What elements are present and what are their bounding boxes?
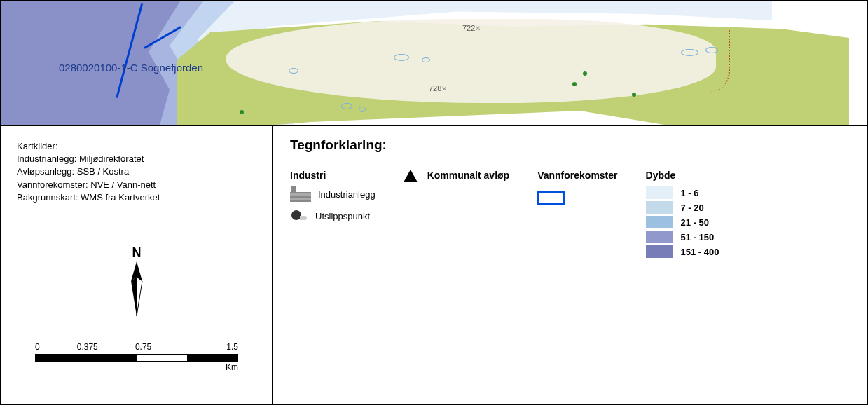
- legend-panel: Tegnforklaring: Industri Industrianlegg …: [273, 126, 868, 405]
- depth-swatch: [646, 186, 673, 199]
- scale-segment: [137, 355, 187, 361]
- depth-item: 21 - 50: [646, 216, 719, 228]
- legend-title: Tegnforklaring:: [290, 137, 850, 153]
- depth-item: 1 - 6: [646, 186, 719, 199]
- depth-swatch: [646, 231, 673, 243]
- legend-col-vannforekomster: Vannforekomster: [537, 170, 617, 260]
- scale-unit: Km: [35, 362, 238, 372]
- lake-outline: [289, 68, 298, 74]
- north-label: N: [124, 245, 149, 260]
- depth-swatch: [646, 245, 673, 258]
- legend-col-industri: Industri Industrianlegg Utslippspunkt: [290, 170, 376, 260]
- source-line: Industrianlegg: Miljødirektoratet: [17, 153, 259, 165]
- map-green-marker: [572, 82, 577, 86]
- depth-range-label: 51 - 150: [681, 232, 715, 242]
- legend-item-utslippspunkt: Utslippspunkt: [290, 209, 376, 223]
- svg-marker-1: [131, 277, 137, 316]
- legend-item-industrianlegg: Industrianlegg: [290, 186, 376, 202]
- depth-range-label: 1 - 6: [681, 188, 699, 198]
- legend-item-label: Industrianlegg: [318, 189, 376, 200]
- lake-outline: [359, 107, 366, 112]
- source-line: Vannforekomster: NVE / Vann-nett: [17, 179, 259, 191]
- legend-col-dybde: Dybde 1 - 6 7 - 20 21 - 50: [646, 170, 719, 260]
- legend-heading-kommunalt: Kommunalt avløp: [427, 170, 509, 181]
- depth-item: 51 - 150: [646, 231, 719, 243]
- dotted-trail: [688, 29, 730, 93]
- legend-item-label: Utslippspunkt: [315, 211, 370, 221]
- depth-item: 151 - 400: [646, 245, 719, 258]
- depth-swatch: [646, 201, 673, 214]
- lake-outline: [394, 54, 409, 61]
- scale-tick: 0.75: [135, 342, 151, 352]
- depth-range-label: 7 - 20: [681, 203, 704, 213]
- map-sources: Kartkilder: Industrianlegg: Miljødirekto…: [17, 140, 259, 204]
- triangle-icon: [404, 170, 418, 182]
- water-body-label: 0280020100-1-C Sognefjorden: [59, 62, 203, 74]
- legend-heading-vannforekomster: Vannforekomster: [537, 170, 617, 181]
- map-green-marker: [583, 71, 587, 76]
- lake-outline: [422, 57, 430, 62]
- scale-tick: 0.375: [77, 342, 98, 352]
- source-line: Avløpsanlegg: SSB / Kostra: [17, 165, 259, 178]
- scale-tick: 0: [35, 342, 40, 352]
- legend-heading-dybde: Dybde: [646, 170, 719, 181]
- industri-icon: [290, 186, 311, 202]
- vannforekomster-icon: [537, 191, 565, 205]
- spot-height-cross-icon: ✕: [475, 25, 481, 32]
- spot-height: 722✕: [462, 24, 481, 32]
- map-viewport[interactable]: 722✕ 728✕ 0280020100-1-C Sognefjorden: [0, 0, 868, 126]
- spot-height-value: 722: [462, 24, 475, 32]
- depth-range-label: 21 - 50: [681, 217, 709, 228]
- scale-labels: 0 0.375 0.75 1.5: [35, 342, 238, 352]
- scale-tick: 1.5: [226, 342, 238, 352]
- lake-outline: [341, 103, 352, 109]
- utslipp-icon: [290, 209, 308, 223]
- depth-swatch: [646, 216, 673, 228]
- credits-panel: Kartkilder: Industrianlegg: Miljødirekto…: [0, 126, 273, 405]
- scale-graphic: [35, 354, 238, 362]
- map-green-marker: [632, 93, 636, 97]
- scale-segment: [187, 355, 237, 361]
- source-line: Bakgrunnskart: WMS fra Kartverket: [17, 191, 259, 204]
- scale-segment: [36, 355, 86, 361]
- spot-height: 728✕: [429, 84, 447, 93]
- north-arrow: N: [124, 245, 149, 318]
- svg-marker-2: [137, 277, 142, 316]
- depth-list: 1 - 6 7 - 20 21 - 50 51 - 150: [646, 186, 719, 258]
- scale-bar: 0 0.375 0.75 1.5 Km: [35, 342, 238, 372]
- map-green-marker: [240, 110, 244, 114]
- scale-segment: [86, 355, 137, 361]
- spot-height-value: 728: [429, 84, 441, 93]
- spot-height-cross-icon: ✕: [441, 85, 447, 93]
- depth-range-label: 151 - 400: [681, 247, 719, 257]
- legend-heading-industri: Industri: [290, 170, 376, 181]
- legend-col-kommunalt: Kommunalt avløp: [404, 170, 509, 260]
- sources-title: Kartkilder:: [17, 140, 259, 153]
- depth-item: 7 - 20: [646, 201, 719, 214]
- north-arrow-icon: [124, 261, 149, 316]
